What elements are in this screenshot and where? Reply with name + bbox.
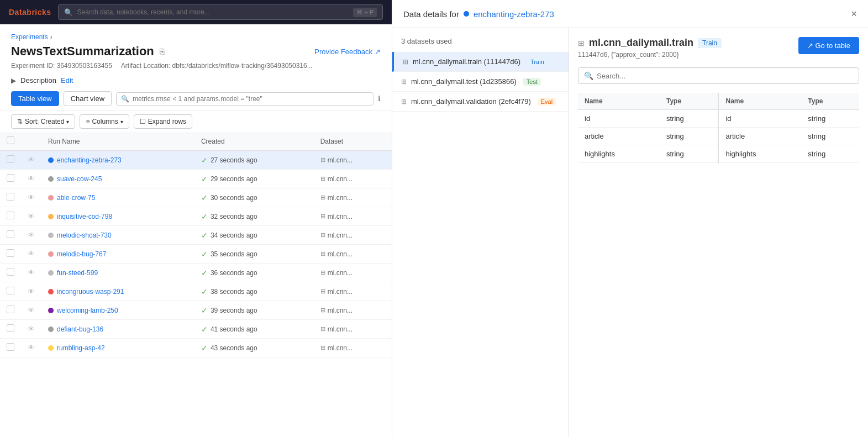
- row-checkbox[interactable]: [7, 155, 14, 163]
- detail-title-row: ⊞ ml.cnn_dailymail.train Train: [578, 37, 722, 49]
- visibility-icon[interactable]: 👁: [28, 250, 35, 258]
- run-name-link[interactable]: melodic-shoat-730: [57, 231, 112, 239]
- columns-button[interactable]: ≡ Columns ▾: [80, 114, 129, 129]
- left-panel: Databricks 🔍 ⌘ + P Experiments › NewsTex…: [0, 0, 392, 437]
- filter-input[interactable]: [133, 95, 369, 103]
- row-created-cell: ✓ 29 seconds ago: [194, 170, 314, 188]
- row-created-cell: ✓ 41 seconds ago: [194, 320, 314, 339]
- run-name-link[interactable]: incongruous-wasp-291: [57, 288, 124, 296]
- run-name-link[interactable]: defiant-bug-136: [57, 325, 103, 333]
- row-checkbox[interactable]: [7, 343, 14, 351]
- status-icon: ✓: [201, 193, 208, 202]
- table-row[interactable]: 👁 fun-steed-599 ✓ 36 seconds ago ⊞ ml.cn…: [0, 264, 392, 282]
- row-checkbox[interactable]: [7, 306, 14, 313]
- dataset-table-icon: ⊞: [320, 213, 325, 220]
- table-view-button[interactable]: Table view: [11, 91, 59, 106]
- schema-type-header-2: Type: [801, 93, 859, 110]
- expand-description-icon[interactable]: ▶: [11, 77, 16, 85]
- created-time: 34 seconds ago: [211, 231, 257, 239]
- select-all-checkbox[interactable]: [7, 136, 14, 144]
- visibility-icon[interactable]: 👁: [28, 325, 35, 333]
- schema-row: id string id string: [578, 110, 859, 128]
- sort-button[interactable]: ⇅ Sort: Created ▾: [11, 114, 75, 129]
- row-checkbox[interactable]: [7, 249, 14, 257]
- visibility-icon[interactable]: 👁: [28, 193, 35, 202]
- row-checkbox[interactable]: [7, 212, 14, 219]
- status-icon: ✓: [201, 231, 208, 240]
- chevron-down-icon-2: ▾: [120, 119, 123, 125]
- row-created-cell: ✓ 39 seconds ago: [194, 301, 314, 320]
- goto-table-button[interactable]: ↗ Go to table: [798, 37, 859, 54]
- dataset-list-item[interactable]: ⊞ ml.cnn_dailymail.test (1d235866) Test: [392, 72, 569, 92]
- expand-rows-button[interactable]: ☐ Expand rows: [134, 114, 192, 129]
- schema-row: article string article string: [578, 128, 859, 145]
- run-status-dot: [48, 195, 54, 201]
- run-name-link[interactable]: melodic-bug-767: [57, 250, 106, 258]
- visibility-icon[interactable]: 👁: [28, 344, 35, 352]
- experiments-link[interactable]: Experiments: [11, 33, 48, 41]
- edit-description-link[interactable]: Edit: [61, 76, 73, 85]
- row-checkbox-cell: [0, 339, 21, 357]
- visibility-icon[interactable]: 👁: [28, 287, 35, 296]
- visibility-icon[interactable]: 👁: [28, 175, 35, 183]
- row-eye-cell: 👁: [21, 245, 41, 264]
- table-header-row: Run Name Created Dataset: [0, 132, 392, 151]
- visibility-icon[interactable]: 👁: [28, 156, 35, 164]
- table-row[interactable]: 👁 able-crow-75 ✓ 30 seconds ago ⊞ ml.cnn…: [0, 188, 392, 207]
- search-input[interactable]: [77, 8, 349, 16]
- dataset-header: Dataset: [314, 132, 392, 151]
- table-row[interactable]: 👁 welcoming-lamb-250 ✓ 39 seconds ago ⊞ …: [0, 301, 392, 320]
- status-icon: ✓: [201, 175, 208, 183]
- table-row[interactable]: 👁 inquisitive-cod-798 ✓ 32 seconds ago ⊞…: [0, 207, 392, 226]
- visibility-icon[interactable]: 👁: [28, 268, 35, 277]
- detail-header: ⊞ ml.cnn_dailymail.train Train 111447d6,…: [578, 37, 859, 59]
- feedback-link[interactable]: Provide Feedback ↗: [314, 48, 381, 56]
- row-checkbox[interactable]: [7, 287, 14, 294]
- data-details-run-name[interactable]: enchanting-zebra-273: [474, 9, 554, 19]
- table-row[interactable]: 👁 melodic-shoat-730 ✓ 34 seconds ago ⊞ m…: [0, 226, 392, 245]
- row-checkbox[interactable]: [7, 230, 14, 238]
- external-link-icon: ↗: [375, 48, 381, 56]
- row-checkbox[interactable]: [7, 193, 14, 201]
- breadcrumb: Experiments ›: [11, 33, 381, 41]
- row-checkbox[interactable]: [7, 324, 14, 332]
- schema-search-input[interactable]: [597, 72, 853, 80]
- run-name-link[interactable]: suave-cow-245: [57, 175, 102, 183]
- table-row[interactable]: 👁 defiant-bug-136 ✓ 41 seconds ago ⊞ ml.…: [0, 320, 392, 339]
- schema-row: highlights string highlights string: [578, 145, 859, 163]
- filter-search-box[interactable]: 🔍: [116, 92, 373, 106]
- run-name-link[interactable]: enchanting-zebra-273: [57, 156, 122, 164]
- description-label: Description: [20, 76, 56, 85]
- global-search-bar[interactable]: 🔍 ⌘ + P: [58, 4, 383, 20]
- dataset-table-icon: ⊞: [320, 250, 325, 257]
- table-row[interactable]: 👁 enchanting-zebra-273 ✓ 27 seconds ago …: [0, 151, 392, 170]
- status-icon: ✓: [201, 325, 208, 334]
- table-row[interactable]: 👁 incongruous-wasp-291 ✓ 38 seconds ago …: [0, 282, 392, 301]
- row-created-cell: ✓ 43 seconds ago: [194, 339, 314, 357]
- row-checkbox[interactable]: [7, 174, 14, 182]
- schema-search-box[interactable]: 🔍: [578, 67, 859, 84]
- schema-type-header-1: Type: [660, 93, 718, 110]
- databricks-logo: Databricks: [9, 8, 51, 17]
- dataset-list-item[interactable]: ⊞ ml.cnn_dailymail.validation (2efc4f79)…: [392, 92, 569, 112]
- visibility-icon[interactable]: 👁: [28, 212, 35, 220]
- close-button[interactable]: ×: [851, 9, 857, 19]
- table-row[interactable]: 👁 suave-cow-245 ✓ 29 seconds ago ⊞ ml.cn…: [0, 170, 392, 188]
- run-name-link[interactable]: able-crow-75: [57, 194, 95, 202]
- copy-icon[interactable]: ⎘: [160, 47, 164, 56]
- visibility-icon[interactable]: 👁: [28, 231, 35, 239]
- run-name-link[interactable]: rumbling-asp-42: [57, 344, 105, 352]
- info-icon[interactable]: ℹ: [378, 94, 381, 103]
- chart-view-button[interactable]: Chart view: [64, 91, 112, 106]
- visibility-icon[interactable]: 👁: [28, 306, 35, 314]
- dataset-list-item[interactable]: ⊞ ml.cnn_dailymail.train (111447d6) Trai…: [392, 52, 569, 72]
- table-row[interactable]: 👁 melodic-bug-767 ✓ 35 seconds ago ⊞ ml.…: [0, 245, 392, 264]
- run-name-link[interactable]: inquisitive-cod-798: [57, 213, 112, 220]
- row-created-cell: ✓ 34 seconds ago: [194, 226, 314, 245]
- run-name-link[interactable]: welcoming-lamb-250: [57, 307, 118, 314]
- schema-header-row: Name Type Name Type: [578, 93, 859, 110]
- datasets-list: 3 datasets used ⊞ ml.cnn_dailymail.train…: [392, 28, 569, 437]
- table-row[interactable]: 👁 rumbling-asp-42 ✓ 43 seconds ago ⊞ ml.…: [0, 339, 392, 357]
- row-checkbox[interactable]: [7, 268, 14, 276]
- run-name-link[interactable]: fun-steed-599: [57, 269, 98, 277]
